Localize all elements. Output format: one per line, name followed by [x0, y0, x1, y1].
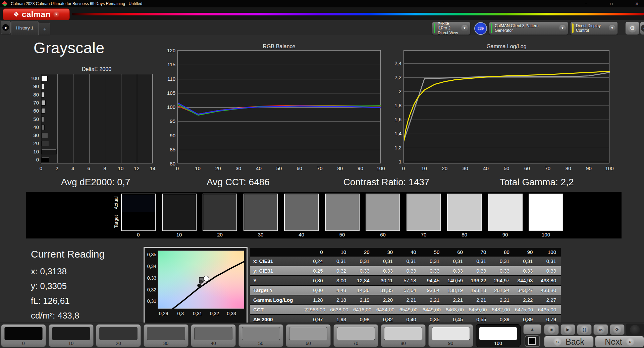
grayscale-swatch-strip: Actual Target 0102030405060708090100: [26, 192, 622, 238]
table-cell: 6638,00: [330, 307, 353, 312]
display-control-dropdown[interactable]: Direct Display Control ▼: [570, 21, 618, 35]
pattern-tile-0[interactable]: 0: [1, 324, 46, 347]
deltae-tick-label: 10: [25, 148, 39, 154]
swatch-target: [122, 212, 155, 230]
gamma-plot-y-tick-label: 1,4: [388, 130, 401, 136]
chevron-left-icon: ◀: [641, 24, 644, 32]
pattern-tile-20[interactable]: 20: [96, 324, 141, 347]
chevron-double-left-icon: «: [553, 338, 561, 346]
back-button[interactable]: « Back: [544, 336, 594, 347]
pattern-tile-100[interactable]: 100: [476, 324, 521, 347]
calman-logo-icon: ❖: [13, 10, 19, 18]
pattern-tile-50[interactable]: 50: [238, 324, 283, 347]
deltae-x-tick-label: 2: [55, 165, 58, 171]
cie-y-tick-label: 0,34: [145, 264, 156, 269]
single-measure-button[interactable]: [∙]: [577, 324, 592, 335]
maximize-button[interactable]: □: [606, 1, 616, 6]
pattern-tile-label: 40: [191, 341, 235, 346]
deltae-bar-0: [41, 157, 49, 162]
pattern-tile-80[interactable]: 80: [381, 324, 426, 347]
swatch-target: [285, 212, 318, 230]
page-title: Grayscale: [34, 39, 105, 57]
play-button[interactable]: ▶: [560, 324, 575, 335]
stop-button[interactable]: ■: [544, 324, 559, 335]
table-cell: 0,33: [351, 268, 374, 274]
summary-stat-0: Avg dE2000: 0,7: [61, 177, 130, 188]
table-cell: 14,36: [351, 287, 374, 293]
table-column-header: 0: [304, 249, 328, 255]
app-diamond-icon: [2, 1, 8, 7]
table-cell: 2,21: [444, 297, 468, 303]
grayscale-swatch-100: [529, 194, 563, 231]
rgb-plot-y-tick-label: 90: [162, 132, 175, 138]
pattern-tile-10[interactable]: 10: [49, 324, 94, 347]
level-up-button[interactable]: ▲: [523, 324, 541, 334]
rgb-plot-y-tick-label: 85: [162, 146, 175, 152]
logo-row: ❖ calman ▼: [0, 7, 644, 20]
table-cell: 433,80: [537, 287, 561, 293]
pattern-generator-dropdown[interactable]: CalMAN Client 3 Pattern Generator ▼: [489, 21, 568, 35]
deltae-bar-50: [41, 117, 44, 122]
cie-x-tick-label: 0,3: [177, 311, 184, 316]
pattern-tile-label: 60: [286, 341, 330, 346]
meter-count-badge[interactable]: 239: [474, 22, 487, 35]
pattern-tile-30[interactable]: 30: [144, 324, 189, 347]
pattern-tile-swatch: [242, 327, 280, 340]
table-cell: 31,35: [374, 287, 398, 293]
pattern-tile-40[interactable]: 40: [191, 324, 236, 347]
chevron-down-icon: ▼: [609, 25, 615, 31]
layout-expand-button[interactable]: ▶: [1, 21, 11, 34]
table-column-header: 60: [444, 249, 468, 255]
swatch-actual: [489, 194, 522, 212]
swatch-target: [244, 212, 277, 230]
pattern-tile-90[interactable]: 90: [428, 324, 473, 347]
gamma-plot-x-tick-label: 100: [605, 165, 613, 171]
rgb-plot-x-tick-label: 20: [215, 165, 221, 171]
table-cell: 0,31: [421, 258, 444, 264]
refresh-button[interactable]: ⟳: [610, 324, 625, 335]
next-button[interactable]: Next »: [595, 336, 644, 347]
deltae-x-tick-label: 8: [103, 165, 106, 171]
pattern-status-indicator: [491, 23, 492, 33]
table-cell: 57,64: [397, 287, 421, 293]
record-pad: [626, 324, 644, 336]
add-tab-button[interactable]: +: [39, 23, 50, 35]
meter-dropdown[interactable]: X-Rite i1Pro 2 Direct View ▼: [432, 21, 470, 35]
gamma-chart-title: Gamma Log/Log: [486, 44, 526, 50]
pattern-tile-swatch: [194, 327, 232, 340]
close-button[interactable]: ✕: [632, 1, 642, 6]
table-cell: 196,22: [468, 278, 491, 283]
cie-y-tick-label: 0,35: [145, 252, 156, 257]
table-cell: 343,27: [514, 287, 538, 293]
table-cell: 138,19: [444, 287, 468, 293]
continuous-measure-button[interactable]: ∞: [593, 324, 608, 335]
minimize-button[interactable]: –: [581, 1, 591, 6]
spectrum-bar: [72, 13, 644, 15]
gamma-plot-y-tick-label: 2,2: [388, 74, 401, 80]
calman-menu-button[interactable]: ❖ calman ▼: [3, 8, 70, 20]
table-cell: 0,33: [444, 268, 468, 274]
single-measure-icon: [∙]: [580, 326, 588, 334]
table-column-header: 50: [421, 249, 444, 255]
table-row-x--cie31: x: CIE310,240,310,310,310,310,310,310,31…: [250, 257, 561, 266]
table-cell: 6482,00: [491, 307, 515, 312]
pattern-tile-70[interactable]: 70: [333, 324, 378, 347]
swatch-actual: [529, 194, 562, 212]
tab-history-1[interactable]: History 1: [11, 21, 39, 35]
settings-button[interactable]: ⚙: [625, 21, 639, 35]
pattern-tile-swatch: [479, 327, 517, 340]
table-cell: 0,31: [514, 258, 538, 264]
grayscale-swatch-50: [325, 194, 360, 231]
pattern-tile-60[interactable]: 60: [286, 324, 331, 347]
swatch-level-label: 10: [162, 232, 197, 237]
collapse-panel-button[interactable]: ◀: [640, 21, 644, 35]
table-cell: 6475,00: [515, 307, 538, 312]
table-cell: 0,31: [444, 258, 468, 264]
grayscale-swatch-10: [162, 194, 197, 231]
swatch-target: [203, 212, 236, 230]
gamma-plot-x-tick-label: 50: [504, 165, 509, 171]
gamma-plot-y-tick-label: 2: [388, 88, 401, 94]
swatch-level-label: 100: [529, 232, 563, 237]
grayscale-swatch-20: [203, 194, 237, 231]
window-pattern-button[interactable]: [525, 335, 540, 347]
